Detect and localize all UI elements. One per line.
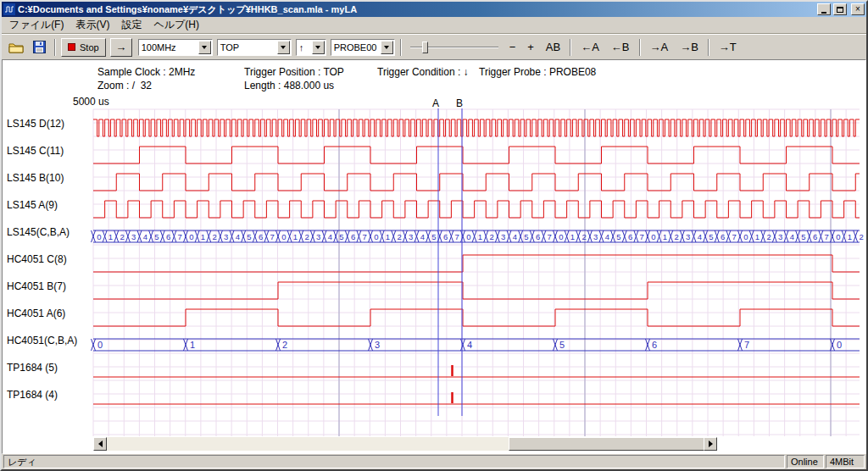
waveform-trace <box>93 147 860 163</box>
bus-value: 6 <box>721 232 725 241</box>
channel-label: LS145(C,B,A) <box>7 226 70 238</box>
app-window: C:¥Documents and Settings¥noname¥デスクトップ¥… <box>0 0 868 471</box>
stop-label: Stop <box>80 42 99 53</box>
button-move-a-right[interactable]: →A <box>645 38 674 57</box>
bus-value: 4 <box>236 232 240 241</box>
channel-label: TP1684 (4) <box>7 389 58 401</box>
menu-settings[interactable]: 設定 <box>115 16 147 34</box>
menu-file[interactable]: ファイル(F) <box>3 16 70 34</box>
marker-label: A <box>432 97 439 109</box>
button-zoom-ab[interactable]: AB <box>541 38 565 57</box>
button-move-a-left[interactable]: ←A <box>576 38 604 57</box>
bus-value: 4 <box>790 232 794 241</box>
dropdown-arrow-icon[interactable] <box>381 41 393 54</box>
status-online: Online <box>787 455 824 468</box>
bus-value: 6 <box>628 232 632 241</box>
bus-value: 1 <box>570 232 575 241</box>
toolbar-separator <box>570 39 571 56</box>
stop-button[interactable]: Stop <box>61 38 106 57</box>
bus-value: 5 <box>339 232 343 241</box>
select-trigger-probe[interactable]: PROBE00 <box>331 39 395 56</box>
toolbar-separator <box>708 39 709 56</box>
toolbar-buttons: −+AB←A←B→A→B→T <box>504 38 742 57</box>
channel-label: HC4051 C(8) <box>7 253 67 265</box>
bus-value: 3 <box>131 232 136 241</box>
toolbar: Stop → 100MHzTOP↑PROBE00 −+AB←A←B→A→B→T <box>2 34 866 59</box>
bus-value: 0 <box>189 232 193 241</box>
bus-value: 0 <box>281 232 286 241</box>
bus-value: 4 <box>328 232 332 241</box>
select-trigger-edge[interactable]: ↑ <box>296 39 326 56</box>
bus-value: 2 <box>489 232 493 241</box>
run-button[interactable]: → <box>110 38 132 57</box>
bus-value: 2 <box>581 232 586 241</box>
maximize-button[interactable] <box>833 3 847 15</box>
open-file-button[interactable] <box>6 37 26 58</box>
bus-value: 5 <box>709 232 713 241</box>
menu-help[interactable]: ヘルプ(H) <box>147 16 205 34</box>
horizontal-scrollbar[interactable] <box>93 437 717 451</box>
button-move-b-left[interactable]: ←B <box>606 38 635 57</box>
minimize-button[interactable] <box>817 3 831 15</box>
bus-value: 4 <box>420 232 425 241</box>
dropdown-arrow-icon[interactable] <box>198 41 211 54</box>
scroll-right-button[interactable] <box>704 437 717 451</box>
bus-value: 4 <box>143 232 147 241</box>
trigger-probe-info: Trigger Probe : PROBE08 <box>479 66 596 78</box>
window-titlebar[interactable]: C:¥Documents and Settings¥noname¥デスクトップ¥… <box>2 2 866 17</box>
bus-value: 7 <box>825 232 829 241</box>
bus-value: 5 <box>524 232 528 241</box>
length-info: Length : 488.000 us <box>244 80 334 91</box>
select-trigger-position[interactable]: TOP <box>217 39 292 56</box>
close-button[interactable]: × <box>851 3 865 15</box>
zoom-slider[interactable] <box>410 39 498 56</box>
menu-view[interactable]: 表示(V) <box>70 16 115 34</box>
channel-label: TP1684 (5) <box>7 362 58 374</box>
select-value: TOP <box>218 42 277 53</box>
bus-value: 0 <box>837 340 842 350</box>
dropdown-arrow-icon[interactable] <box>312 41 325 54</box>
bus-value: 7 <box>548 232 552 241</box>
floppy-icon <box>33 41 46 53</box>
bus-transitions <box>92 230 858 242</box>
channel-label: LS145 B(10) <box>7 172 64 184</box>
bus-value: 0 <box>743 232 748 241</box>
bus-value: 3 <box>409 232 413 241</box>
bus-value: 1 <box>755 232 760 241</box>
waveform-trace <box>93 309 860 326</box>
bus-value: 3 <box>778 232 782 241</box>
select-sample-rate[interactable]: 100MHz <box>138 39 213 56</box>
bus-value: 0 <box>836 232 840 241</box>
bus-value: 0 <box>651 232 655 241</box>
bus-value: 7 <box>363 232 367 241</box>
right-arrow-icon <box>709 441 716 447</box>
slider-handle[interactable] <box>422 42 428 53</box>
toolbar-separator <box>639 39 641 56</box>
channel-label: HC4051 B(7) <box>7 280 66 292</box>
select-value: PROBE00 <box>331 42 381 53</box>
bus-value: 2 <box>304 232 309 241</box>
waveform-display[interactable]: 0123456701234567012345670123456701234567… <box>3 60 865 453</box>
scroll-left-button[interactable] <box>93 437 107 451</box>
channel-label: HC4051(C,B,A) <box>7 335 77 346</box>
stop-icon <box>68 43 75 51</box>
bus-value: 6 <box>813 232 817 241</box>
bus-value: 5 <box>801 232 805 241</box>
bus-value: 5 <box>559 340 565 350</box>
bus-value: 2 <box>766 232 771 241</box>
bus-value: 6 <box>536 232 540 241</box>
channel-label: LS145 D(12) <box>7 118 64 130</box>
bus-value: 3 <box>316 232 320 241</box>
button-zoom-in[interactable]: + <box>522 38 539 57</box>
bus-value: 5 <box>154 232 159 241</box>
button-zoom-out[interactable]: − <box>504 38 521 57</box>
bus-value: 1 <box>293 232 298 241</box>
save-button[interactable] <box>29 37 49 58</box>
bus-value: 5 <box>616 232 620 241</box>
grid <box>93 109 860 436</box>
button-goto-trigger[interactable]: →T <box>714 38 742 57</box>
scrollbar-thumb[interactable] <box>509 437 706 451</box>
bus-value: 7 <box>270 232 275 241</box>
button-move-b-right[interactable]: →B <box>675 38 704 57</box>
dropdown-arrow-icon[interactable] <box>277 41 290 54</box>
